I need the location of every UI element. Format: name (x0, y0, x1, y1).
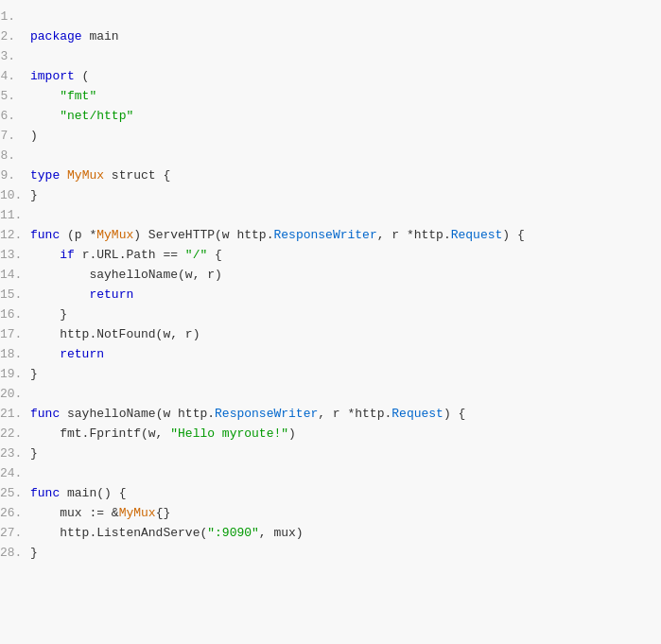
code-line: 24. (0, 464, 661, 484)
code-line: 20. (0, 385, 661, 405)
line-number: 18. (0, 345, 30, 365)
line-number: 12. (0, 226, 30, 246)
line-content: func sayhelloName(w http.ResponseWriter,… (30, 405, 465, 425)
line-content: func (p *MyMux) ServeHTTP(w http.Respons… (30, 226, 525, 246)
code-line: 2.package main (0, 27, 661, 47)
code-line: 19.} (0, 365, 661, 385)
line-content: mux := &MyMux{} (30, 504, 170, 524)
line-content: return (30, 345, 104, 365)
line-number: 16. (0, 305, 30, 325)
line-number: 23. (0, 444, 30, 464)
line-number: 25. (0, 484, 30, 504)
line-number: 15. (0, 286, 30, 305)
code-line: 7.) (0, 127, 661, 147)
code-line: 6. "net/http" (0, 107, 661, 127)
code-line: 4.import ( (0, 67, 661, 87)
code-line: 16. } (0, 305, 661, 325)
line-content: if r.URL.Path == "/" { (30, 246, 222, 266)
code-line: 23.} (0, 444, 661, 464)
code-line: 10.} (0, 186, 661, 206)
line-number: 21. (0, 405, 30, 425)
line-content: } (30, 444, 38, 464)
line-number: 24. (0, 464, 30, 484)
line-number: 11. (0, 206, 30, 226)
code-line: 3. (0, 47, 661, 67)
line-number: 9. (0, 166, 30, 186)
code-line: 1. (0, 8, 661, 27)
line-number: 28. (0, 544, 30, 564)
line-content: "fmt" (30, 87, 96, 107)
code-line: 15. return (0, 286, 661, 305)
line-number: 13. (0, 246, 30, 266)
code-line: 28.} (0, 544, 661, 564)
line-number: 6. (0, 107, 30, 127)
line-content: } (30, 305, 67, 325)
code-line: 8. (0, 147, 661, 166)
line-content: func main() { (30, 484, 126, 504)
line-content: } (30, 365, 38, 385)
line-number: 1. (0, 8, 30, 27)
line-number: 27. (0, 524, 30, 544)
code-line: 5. "fmt" (0, 87, 661, 107)
line-number: 5. (0, 87, 30, 107)
line-content (30, 47, 38, 67)
line-number: 22. (0, 425, 30, 444)
code-line: 21.func sayhelloName(w http.ResponseWrit… (0, 405, 661, 425)
line-content (30, 206, 38, 226)
line-content: "net/http" (30, 107, 133, 127)
code-line: 12.func (p *MyMux) ServeHTTP(w http.Resp… (0, 226, 661, 246)
line-content: ) (30, 127, 38, 147)
line-content (30, 8, 38, 27)
line-content: http.ListenAndServe(":9090", mux) (30, 524, 304, 544)
code-line: 22. fmt.Fprintf(w, "Hello myroute!") (0, 425, 661, 444)
code-line: 11. (0, 206, 661, 226)
code-line: 25.func main() { (0, 484, 661, 504)
line-content: } (30, 186, 38, 206)
line-number: 17. (0, 325, 30, 345)
line-content: sayhelloName(w, r) (30, 266, 222, 286)
line-content (30, 385, 38, 405)
line-number: 26. (0, 504, 30, 524)
code-line: 14. sayhelloName(w, r) (0, 266, 661, 286)
line-content: } (30, 544, 38, 564)
line-number: 7. (0, 127, 30, 147)
line-number: 4. (0, 67, 30, 87)
line-content: fmt.Fprintf(w, "Hello myroute!") (30, 425, 296, 444)
line-content: http.NotFound(w, r) (30, 325, 200, 345)
code-line: 27. http.ListenAndServe(":9090", mux) (0, 524, 661, 544)
line-content: type MyMux struct { (30, 166, 170, 186)
line-content: import ( (30, 67, 89, 87)
line-number: 2. (0, 27, 30, 47)
code-line: 17. http.NotFound(w, r) (0, 325, 661, 345)
line-content: package main (30, 27, 119, 47)
code-line: 13. if r.URL.Path == "/" { (0, 246, 661, 266)
line-number: 19. (0, 365, 30, 385)
line-number: 20. (0, 385, 30, 405)
code-line: 18. return (0, 345, 661, 365)
line-content (30, 464, 38, 484)
code-line: 26. mux := &MyMux{} (0, 504, 661, 524)
line-number: 8. (0, 147, 30, 166)
line-number: 14. (0, 266, 30, 286)
line-content (30, 147, 38, 166)
code-editor: 1. 2.package main3. 4.import (5. "fmt"6.… (0, 0, 661, 644)
code-line: 9.type MyMux struct { (0, 166, 661, 186)
line-number: 3. (0, 47, 30, 67)
line-content: return (30, 286, 133, 305)
line-number: 10. (0, 186, 30, 206)
